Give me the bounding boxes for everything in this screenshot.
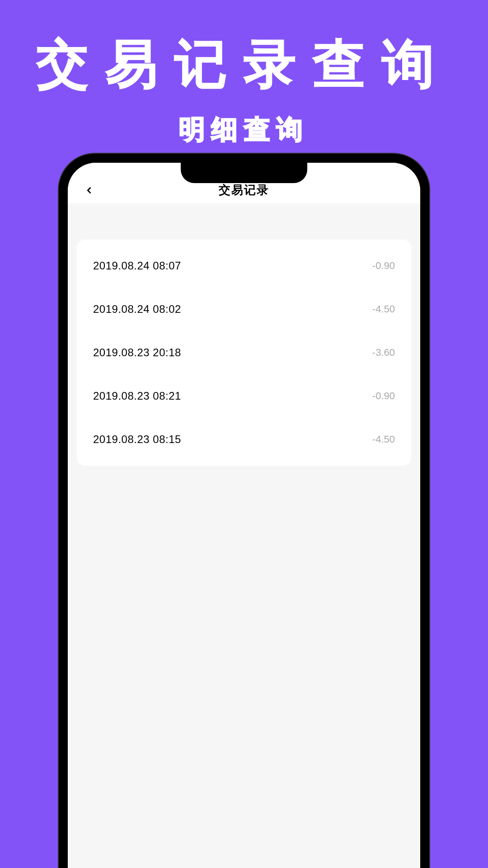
record-amount: -4.50: [372, 434, 395, 445]
record-amount: -4.50: [372, 303, 395, 315]
record-amount: -0.90: [372, 260, 395, 272]
records-card: 2019.08.24 08:07 -0.90 2019.08.24 08:02 …: [77, 240, 411, 466]
back-icon[interactable]: [84, 185, 94, 195]
hero-subtitle: 明细查询: [0, 112, 488, 147]
hero-title: 交易记录查询: [0, 0, 488, 99]
list-item[interactable]: 2019.08.23 20:18 -3.60: [77, 331, 411, 374]
phone-screen: 交易记录 2019.08.24 08:07 -0.90 2019.08.24 0…: [68, 163, 420, 868]
record-amount: -3.60: [372, 347, 395, 359]
list-item[interactable]: 2019.08.24 08:07 -0.90: [77, 244, 411, 288]
record-time: 2019.08.24 08:07: [93, 259, 181, 272]
record-time: 2019.08.23 20:18: [93, 346, 181, 359]
record-time: 2019.08.24 08:02: [93, 303, 181, 316]
record-amount: -0.90: [372, 390, 395, 402]
page-title: 交易记录: [219, 182, 269, 198]
phone-frame: 交易记录 2019.08.24 08:07 -0.90 2019.08.24 0…: [59, 154, 429, 868]
record-time: 2019.08.23 08:15: [93, 433, 181, 446]
phone-notch: [181, 163, 307, 183]
list-item[interactable]: 2019.08.23 08:15 -4.50: [77, 418, 411, 461]
list-item[interactable]: 2019.08.23 08:21 -0.90: [77, 374, 411, 418]
list-item[interactable]: 2019.08.24 08:02 -4.50: [77, 288, 411, 331]
record-time: 2019.08.23 08:21: [93, 390, 181, 402]
